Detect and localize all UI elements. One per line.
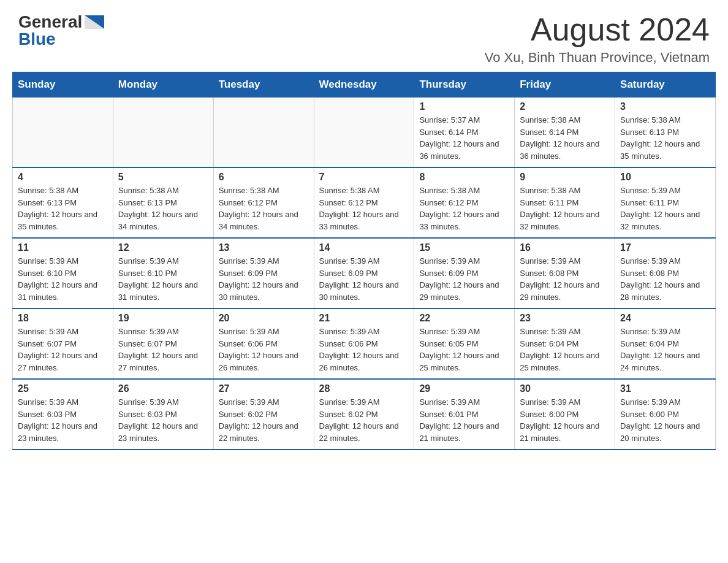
day-info-line: Sunrise: 5:39 AM — [520, 396, 610, 408]
calendar-cell: 17Sunrise: 5:39 AMSunset: 6:08 PMDayligh… — [615, 238, 716, 308]
day-number: 20 — [219, 313, 309, 324]
calendar-cell: 6Sunrise: 5:38 AMSunset: 6:12 PMDaylight… — [213, 167, 314, 238]
day-info-line: Sunrise: 5:38 AM — [219, 185, 309, 197]
day-info-line: Sunrise: 5:39 AM — [520, 255, 610, 267]
day-info-line: Sunset: 6:00 PM — [620, 408, 710, 421]
calendar-cell: 30Sunrise: 5:39 AMSunset: 6:00 PMDayligh… — [515, 379, 615, 450]
day-number: 17 — [620, 242, 710, 253]
calendar-cell: 9Sunrise: 5:38 AMSunset: 6:11 PMDaylight… — [515, 167, 615, 238]
day-info-line: Sunset: 6:14 PM — [419, 126, 509, 139]
calendar-week-row: 1Sunrise: 5:37 AMSunset: 6:14 PMDaylight… — [13, 98, 716, 168]
day-info-line: Sunrise: 5:38 AM — [118, 185, 208, 197]
calendar-header: Sunday Monday Tuesday Wednesday Thursday… — [13, 72, 716, 98]
day-info-line: Daylight: 12 hours and 34 minutes. — [219, 209, 309, 232]
calendar-week-row: 11Sunrise: 5:39 AMSunset: 6:10 PMDayligh… — [13, 238, 716, 308]
calendar-cell: 4Sunrise: 5:38 AMSunset: 6:13 PMDaylight… — [13, 167, 113, 238]
day-info-line: Sunrise: 5:39 AM — [118, 255, 208, 267]
day-number: 13 — [219, 242, 309, 253]
day-info-line: Sunrise: 5:37 AM — [419, 114, 509, 126]
day-info-line: Sunset: 6:06 PM — [319, 338, 409, 350]
calendar-cell: 22Sunrise: 5:39 AMSunset: 6:05 PMDayligh… — [414, 308, 515, 379]
calendar-cell: 11Sunrise: 5:39 AMSunset: 6:10 PMDayligh… — [13, 238, 113, 308]
header-thursday: Thursday — [414, 72, 515, 98]
calendar-title: August 2024 — [485, 12, 710, 47]
day-number: 15 — [419, 242, 509, 253]
day-info-line: Daylight: 12 hours and 33 minutes. — [319, 209, 409, 232]
title-block: August 2024 Vo Xu, Binh Thuan Province, … — [485, 12, 710, 66]
day-info-line: Sunrise: 5:39 AM — [219, 255, 309, 267]
logo-blue-text: Blue — [18, 29, 56, 49]
calendar-cell: 19Sunrise: 5:39 AMSunset: 6:07 PMDayligh… — [113, 308, 213, 379]
day-info-line: Daylight: 12 hours and 28 minutes. — [620, 279, 710, 303]
calendar-body: 1Sunrise: 5:37 AMSunset: 6:14 PMDaylight… — [13, 98, 716, 450]
day-info-line: Daylight: 12 hours and 23 minutes. — [18, 420, 108, 444]
header-saturday: Saturday — [615, 72, 716, 98]
day-info-line: Daylight: 12 hours and 20 minutes. — [620, 420, 710, 444]
calendar-cell: 10Sunrise: 5:39 AMSunset: 6:11 PMDayligh… — [615, 167, 716, 238]
calendar-cell: 21Sunrise: 5:39 AMSunset: 6:06 PMDayligh… — [314, 308, 414, 379]
day-number: 27 — [219, 383, 309, 394]
day-info-line: Daylight: 12 hours and 34 minutes. — [118, 209, 208, 232]
day-info-line: Sunrise: 5:39 AM — [219, 326, 309, 338]
calendar-cell — [113, 98, 213, 168]
day-info-line: Daylight: 12 hours and 21 minutes. — [419, 420, 509, 444]
day-number: 11 — [18, 242, 108, 253]
day-info-line: Daylight: 12 hours and 27 minutes. — [118, 350, 208, 373]
calendar-table: Sunday Monday Tuesday Wednesday Thursday… — [12, 72, 716, 450]
day-number: 28 — [319, 383, 409, 394]
day-number: 23 — [520, 313, 610, 324]
day-info-line: Sunset: 6:09 PM — [219, 267, 309, 280]
day-number: 8 — [419, 172, 509, 183]
day-info-line: Sunrise: 5:39 AM — [620, 255, 710, 267]
calendar-week-row: 25Sunrise: 5:39 AMSunset: 6:03 PMDayligh… — [13, 379, 716, 450]
day-info-line: Daylight: 12 hours and 26 minutes. — [319, 350, 409, 373]
day-info-line: Sunset: 6:13 PM — [620, 126, 710, 139]
day-info-line: Daylight: 12 hours and 31 minutes. — [118, 279, 208, 303]
day-info-line: Daylight: 12 hours and 27 minutes. — [18, 350, 108, 373]
day-info-line: Sunset: 6:00 PM — [520, 408, 610, 421]
calendar-cell: 2Sunrise: 5:38 AMSunset: 6:14 PMDaylight… — [515, 98, 615, 168]
day-info-line: Daylight: 12 hours and 30 minutes. — [219, 279, 309, 303]
day-number: 1 — [419, 101, 509, 112]
day-info-line: Daylight: 12 hours and 35 minutes. — [620, 138, 710, 162]
calendar-cell: 12Sunrise: 5:39 AMSunset: 6:10 PMDayligh… — [113, 238, 213, 308]
day-number: 4 — [18, 172, 108, 183]
day-info-line: Sunset: 6:13 PM — [118, 197, 208, 209]
day-info-line: Sunrise: 5:38 AM — [620, 114, 710, 126]
day-info-line: Sunrise: 5:39 AM — [219, 396, 309, 408]
day-info-line: Sunrise: 5:39 AM — [520, 326, 610, 338]
day-info-line: Sunset: 6:01 PM — [419, 408, 509, 421]
day-info-line: Daylight: 12 hours and 25 minutes. — [419, 350, 509, 373]
day-info-line: Sunset: 6:02 PM — [219, 408, 309, 421]
day-info-line: Sunrise: 5:39 AM — [620, 185, 710, 197]
calendar-cell: 3Sunrise: 5:38 AMSunset: 6:13 PMDaylight… — [615, 98, 716, 168]
day-info-line: Sunrise: 5:38 AM — [18, 185, 108, 197]
day-info-line: Sunrise: 5:39 AM — [319, 326, 409, 338]
calendar-cell — [13, 98, 113, 168]
day-info-line: Sunrise: 5:38 AM — [319, 185, 409, 197]
day-info-line: Sunset: 6:06 PM — [219, 338, 309, 350]
day-info-line: Sunset: 6:02 PM — [319, 408, 409, 421]
calendar-cell: 23Sunrise: 5:39 AMSunset: 6:04 PMDayligh… — [515, 308, 615, 379]
calendar-cell: 25Sunrise: 5:39 AMSunset: 6:03 PMDayligh… — [13, 379, 113, 450]
calendar-cell: 7Sunrise: 5:38 AMSunset: 6:12 PMDaylight… — [314, 167, 414, 238]
calendar-week-row: 4Sunrise: 5:38 AMSunset: 6:13 PMDaylight… — [13, 167, 716, 238]
day-number: 10 — [620, 172, 710, 183]
day-info-line: Sunset: 6:04 PM — [620, 338, 710, 350]
day-info-line: Sunset: 6:14 PM — [520, 126, 610, 139]
calendar-cell: 27Sunrise: 5:39 AMSunset: 6:02 PMDayligh… — [213, 379, 314, 450]
day-info-line: Sunset: 6:09 PM — [419, 267, 509, 280]
day-number: 24 — [620, 313, 710, 324]
day-info-line: Daylight: 12 hours and 29 minutes. — [419, 279, 509, 303]
day-number: 9 — [520, 172, 610, 183]
day-info-line: Sunrise: 5:39 AM — [118, 326, 208, 338]
calendar-cell: 5Sunrise: 5:38 AMSunset: 6:13 PMDaylight… — [113, 167, 213, 238]
day-info-line: Sunset: 6:08 PM — [620, 267, 710, 280]
day-info-line: Sunset: 6:11 PM — [520, 197, 610, 209]
day-info-line: Sunrise: 5:39 AM — [319, 255, 409, 267]
day-number: 7 — [319, 172, 409, 183]
header-monday: Monday — [113, 72, 213, 98]
calendar-cell: 26Sunrise: 5:39 AMSunset: 6:03 PMDayligh… — [113, 379, 213, 450]
day-info-line: Daylight: 12 hours and 32 minutes. — [520, 209, 610, 232]
calendar-cell: 15Sunrise: 5:39 AMSunset: 6:09 PMDayligh… — [414, 238, 515, 308]
